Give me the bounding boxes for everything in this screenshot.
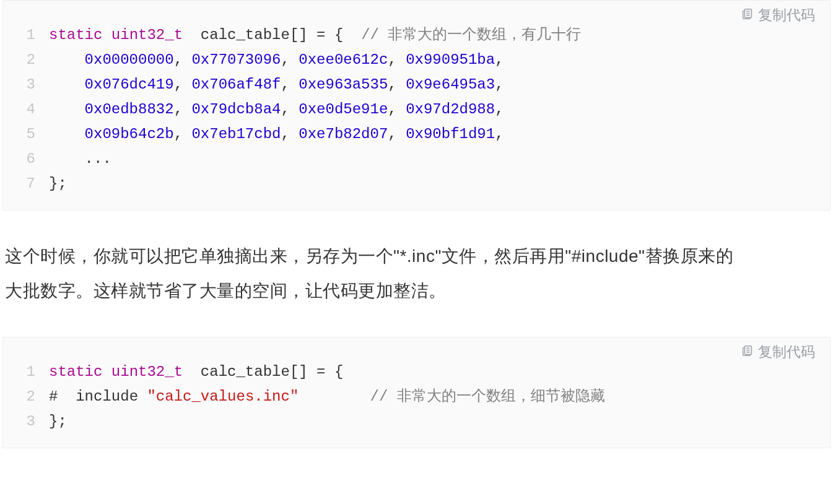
hex-literal: 0x00000000 xyxy=(85,51,174,68)
punct: [] = { xyxy=(290,363,343,380)
ellipsis: ... xyxy=(85,150,111,167)
preproc-hash: # xyxy=(49,388,58,405)
copy-icon xyxy=(741,7,754,23)
hex-literal: 0x076dc419 xyxy=(85,76,174,93)
explanatory-paragraph: 这个时候，你就可以把它单独摘出来，另存为一个"*.inc"文件，然后再用"#in… xyxy=(5,239,736,308)
brace-close: }; xyxy=(49,175,67,192)
line-number: 4 xyxy=(22,97,35,122)
hex-literal: 0x90bf1d91 xyxy=(406,126,495,142)
type-uint32: uint32_t xyxy=(111,27,183,43)
hex-literal: 0xe963a535 xyxy=(299,76,388,93)
hex-literal: 0x9e6495a3 xyxy=(406,76,495,93)
line-number: 6 xyxy=(22,147,35,172)
line-number: 5 xyxy=(22,122,35,147)
line-number: 3 xyxy=(22,409,35,434)
hex-literal: 0x77073096 xyxy=(191,51,281,68)
line-number: 3 xyxy=(22,72,35,97)
comment: // 非常大的一个数组，细节被隐藏 xyxy=(370,388,605,405)
keyword-static: static xyxy=(49,27,102,43)
identifier: calc_table xyxy=(201,363,290,380)
copy-code-label: 复制代码 xyxy=(758,345,815,359)
hex-literal: 0x7eb17cbd xyxy=(191,126,281,142)
identifier: calc_table xyxy=(201,27,290,43)
copy-icon xyxy=(741,344,754,360)
code-content-1: 1static uint32_t calc_table[] = { // 非常大… xyxy=(8,23,825,196)
preproc-include: include xyxy=(76,388,138,405)
hex-literal: 0x09b64c2b xyxy=(85,126,174,142)
comment: // 非常大的一个数组，有几十行 xyxy=(361,27,581,43)
punct: [] = { xyxy=(290,27,343,43)
hex-literal: 0x990951ba xyxy=(406,51,495,68)
hex-literal: 0x0edb8832 xyxy=(85,101,174,118)
hex-literal: 0xee0e612c xyxy=(299,51,388,68)
hex-literal: 0x79dcb8a4 xyxy=(191,101,281,118)
code-content-2: 1static uint32_t calc_table[] = { 2# inc… xyxy=(8,360,825,434)
line-number: 7 xyxy=(22,172,35,196)
brace-close: }; xyxy=(49,413,67,430)
hex-literal: 0x97d2d988 xyxy=(406,101,495,118)
line-number: 2 xyxy=(22,48,35,72)
hex-literal: 0x706af48f xyxy=(191,76,281,93)
hex-literal: 0xe7b82d07 xyxy=(299,126,388,142)
line-number: 1 xyxy=(22,23,35,48)
type-uint32: uint32_t xyxy=(111,363,183,380)
copy-code-button[interactable]: 复制代码 xyxy=(741,7,815,23)
hex-literal: 0xe0d5e91e xyxy=(299,101,388,118)
code-block-1: 复制代码 1static uint32_t calc_table[] = { /… xyxy=(2,0,831,211)
copy-code-label: 复制代码 xyxy=(758,8,815,22)
code-block-2: 复制代码 1static uint32_t calc_table[] = { 2… xyxy=(2,337,831,448)
copy-code-button[interactable]: 复制代码 xyxy=(741,344,815,360)
keyword-static: static xyxy=(49,363,102,380)
line-number: 2 xyxy=(22,385,35,409)
line-number: 1 xyxy=(22,360,35,385)
string-literal: "calc_values.inc" xyxy=(147,388,299,405)
